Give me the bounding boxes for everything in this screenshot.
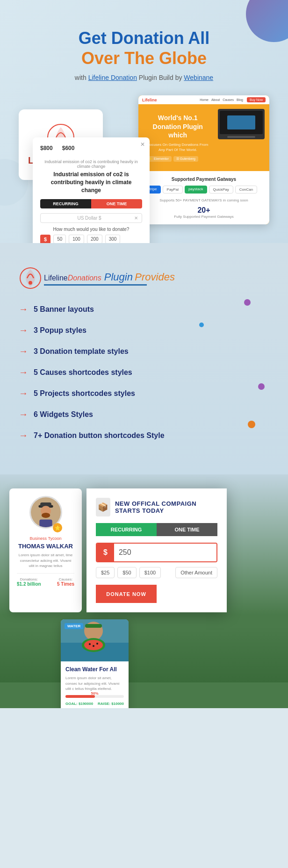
progress-bar-fill	[65, 695, 95, 698]
feature-arrow-3: →	[19, 346, 28, 357]
profile-card: ⭐ Business Tycoon THOMAS WALKAR Lorem ip…	[9, 488, 82, 612]
feature-text-4: 5 Causes shortcodes styles	[34, 368, 132, 377]
preset-other[interactable]: Other Amount	[175, 567, 217, 578]
hero-subtitle: with Lifeline Donation Plugin Build by W…	[19, 74, 269, 81]
plugin-header-logo: Lifeline	[142, 98, 157, 102]
feature-arrow-1: →	[19, 304, 28, 315]
features-logo-plugin: Plugin	[104, 271, 133, 283]
plugin-hero-title: World's No.1 Donation Plugin which	[146, 114, 209, 139]
profile-badge-icon: ⭐	[53, 523, 62, 532]
progress-label: 50%	[91, 691, 98, 696]
svg-point-17	[93, 645, 94, 647]
feature-item-5: → 5 Projects shortcodes styles	[19, 388, 269, 399]
plugins-count: 20+	[144, 206, 264, 215]
causes-label: Causes:	[57, 577, 74, 581]
water-desc: Lorem ipsum dolor sit amet, consec tur a…	[65, 675, 124, 691]
widget-price-row: $ 50 100 200 300	[40, 235, 142, 244]
form-tab-onetime[interactable]: ONE TIME	[157, 523, 217, 536]
plugin-nav: Home About Causes Blog	[200, 98, 243, 101]
hero-section: Get Donation All Over The Globe with Lif…	[0, 0, 288, 243]
svg-rect-9	[39, 520, 52, 528]
elementor-badge: ⚡ Elementor	[146, 156, 172, 162]
widget-desc-small: Industrial emission of co2 is contributi…	[40, 159, 142, 169]
donation-widget: ✕ $800 $600 Industrial emission of co2 i…	[33, 137, 150, 243]
quickpay-badge: QuickPay	[209, 186, 233, 194]
campaign-title: 📦 NEW OFFICAL COMPAIGN STARTS TODAY	[96, 498, 217, 516]
features-logo-provides: Provides	[135, 271, 175, 283]
form-amount-input[interactable]	[114, 544, 216, 561]
widget-tab-onetime[interactable]: ONE TIME	[91, 199, 142, 208]
feature-arrow-4: →	[19, 367, 28, 378]
form-tab-recurring[interactable]: RECURRING	[96, 523, 157, 536]
features-logo-lifeline: Lifeline	[44, 274, 68, 282]
donate-now-button[interactable]: DONATE NOW	[96, 585, 157, 603]
hero-title-line1: Get Donation All	[79, 29, 210, 48]
plugin-footer-note: Supports 50+ PAYMENT GATEWAYS in coming …	[144, 198, 264, 202]
plugin-header: Lifeline Home About Causes Blog Buy Now	[138, 95, 269, 104]
webinane-link[interactable]: Webinane	[184, 74, 213, 81]
showcase-area: ♥ LifelineDonation ✕ $800 $600 Industria…	[19, 95, 269, 224]
widget-amount1: $800	[40, 145, 53, 156]
preset-100[interactable]: $100	[139, 567, 161, 578]
donate-now-label: DONATE NOW	[106, 591, 146, 597]
form-dollar-sign: $	[97, 544, 114, 561]
widget-amounts: $800 $600	[40, 145, 142, 156]
svg-point-18	[96, 643, 98, 645]
profile-stat-donations: Donations: $1.2 billion	[17, 577, 41, 587]
widget-tabs: RECURRING ONE TIME	[40, 199, 142, 208]
demo-section: ⭐ Business Tycoon THOMAS WALKAR Lorem ip…	[0, 474, 288, 708]
preset-50[interactable]: $50	[117, 567, 136, 578]
plugin-hero-area: World's No.1 Donation Plugin which Focus…	[138, 104, 269, 171]
causes-value: 5 Times	[57, 581, 74, 587]
payment-badges: stripe PayPal paystack QuickPay ConCan	[144, 186, 264, 194]
raise-label: RAISE: $10000	[98, 702, 124, 706]
widget-currency[interactable]: US Dollar $ ✕	[40, 213, 142, 223]
donation-form-card: 📦 NEW OFFICAL COMPAIGN STARTS TODAY RECU…	[86, 488, 227, 612]
widget-tab-recurring[interactable]: RECURRING	[40, 199, 91, 208]
water-card-body: Clean Water For All Lorem ipsum dolor si…	[61, 661, 129, 708]
goal-label: GOAL: $190000	[65, 702, 93, 706]
svg-rect-13	[85, 624, 102, 628]
form-preset-amounts: $25 $50 $100 Other Amount	[96, 567, 217, 578]
widget-price-300[interactable]: 300	[105, 235, 121, 243]
feature-item-1: → 5 Banner layouts	[19, 304, 269, 315]
currency-label: US Dollar $	[77, 215, 101, 221]
widget-price-50[interactable]: 50	[53, 235, 66, 243]
widget-price-100[interactable]: 100	[69, 235, 84, 243]
plugin-buy-button[interactable]: Buy Now	[247, 97, 266, 102]
features-list: → 5 Banner layouts → 3 Popup styles → 3 …	[19, 304, 269, 441]
svg-point-3	[29, 281, 32, 285]
hero-title-line2: Over The Globe	[81, 49, 207, 68]
amount1-prefix: $	[40, 145, 43, 151]
plugin-section-title: Supported Payment Gatways	[144, 177, 264, 182]
campaign-icon: 📦	[96, 498, 110, 516]
widget-dollar: $	[40, 235, 50, 244]
widget-price-200[interactable]: 200	[87, 235, 102, 243]
widget-close-icon[interactable]: ✕	[140, 141, 145, 148]
preset-25[interactable]: $25	[96, 567, 115, 578]
widget-amount2: $600	[62, 145, 75, 156]
feature-text-3: 3 Donation template styles	[34, 347, 129, 356]
feature-item-2: → 3 Popup styles	[19, 325, 269, 336]
feature-text-1: 5 Banner layouts	[34, 305, 94, 314]
lifeline-link[interactable]: Lifeline Donation	[88, 74, 137, 81]
feature-text-5: 5 Projects shortcodes styles	[34, 389, 135, 398]
plugin-screenshot: Lifeline Home About Causes Blog Buy Now …	[138, 95, 269, 224]
currency-close-icon: ✕	[134, 215, 138, 221]
feature-arrow-2: →	[19, 325, 28, 336]
features-logo: LifelineDonationsPlugin Provides	[19, 266, 269, 290]
profile-role: Business Tycoon	[17, 536, 74, 541]
gutenberg-badge: ☰ Gutenberg	[173, 156, 198, 162]
donations-label: Donations:	[17, 577, 41, 581]
svg-point-16	[89, 643, 91, 645]
features-logo-text-wrap: LifelineDonationsPlugin Provides	[44, 271, 175, 286]
feature-item-3: → 3 Donation template styles	[19, 346, 269, 357]
paypal-badge: PayPal	[163, 186, 183, 194]
features-underline	[44, 284, 147, 286]
water-card-image: WATER	[61, 619, 129, 661]
donations-value: $1.2 billion	[17, 581, 41, 587]
plugin-hero-sub: Focuses On Getting Donations From Any Pa…	[146, 142, 209, 152]
feature-item-7: → 7+ Donation button shortcodes Style	[19, 430, 269, 441]
widget-how-much: How much would you like to donate?	[40, 227, 142, 232]
profile-name: THOMAS WALKAR	[17, 543, 74, 550]
